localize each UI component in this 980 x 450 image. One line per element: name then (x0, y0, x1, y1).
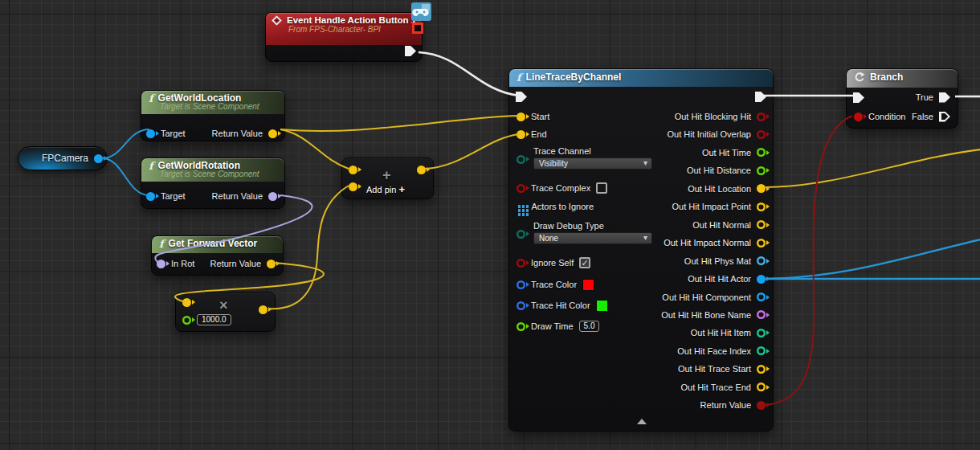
out-pin-label: Out Hit Time (702, 148, 751, 158)
out-pin-label: Out Hit Face Index (677, 346, 751, 356)
branch-false-pin[interactable] (939, 112, 950, 122)
node-branch[interactable]: Branch Condition True False (846, 68, 958, 129)
branch-condition-label: Condition (868, 112, 905, 121)
event-exec-out-pin[interactable] (405, 46, 416, 56)
getworldlocation-target-label: Target (161, 129, 186, 138)
wire-returnvalue-to-condition[interactable] (766, 116, 852, 405)
out-pin-out-hit-hit-component[interactable] (757, 292, 766, 301)
out-pin-out-hit-trace-end[interactable] (757, 382, 766, 391)
pin-row-out-hit-normal: Out Hit Normal (692, 219, 766, 231)
node-event-handle-action-button[interactable]: Event Handle Action Button 1 From FPS-Ch… (265, 12, 423, 62)
pin-row-out-hit-distance: Out Hit Distance (687, 164, 766, 177)
wire-layer (0, 0, 980, 450)
input-action-icon (410, 2, 432, 25)
node-multiply[interactable]: × 1000.0 (175, 292, 276, 332)
pin-row-out-hit-trace-end: Out Hit Trace End (681, 381, 766, 394)
out-pin-out-hit-distance[interactable] (757, 166, 766, 175)
branch-icon (854, 72, 865, 83)
out-pin-out-hit-hit-actor[interactable] (757, 275, 766, 284)
collapse-node-arrow[interactable] (637, 419, 647, 424)
out-pin-label: Out Hit Blocking Hit (675, 112, 751, 121)
out-pin-return-value[interactable] (757, 401, 766, 410)
node-getworldlocation[interactable]: f GetWorldLocation Target is Scene Compo… (141, 90, 285, 141)
out-pin-label: Out Hit Normal (692, 220, 751, 230)
out-pin-out-hit-time[interactable] (757, 148, 766, 157)
out-pin-label: Out Hit Impact Normal (664, 238, 751, 248)
out-pin-out-hit-location[interactable] (757, 184, 766, 193)
add-input-b-pin[interactable] (349, 182, 357, 191)
getworldrotation-target-label: Target (161, 191, 186, 201)
node-fpcamera-variable[interactable]: FPCamera (18, 146, 108, 170)
out-pin-out-hit-phys-mat[interactable] (757, 256, 766, 265)
event-diamond-icon (272, 15, 282, 26)
multiply-input-b-pin[interactable] (182, 316, 191, 325)
out-pin-label: Out Hit Initial Overlap (667, 129, 751, 139)
wire-add-to-end[interactable] (425, 134, 519, 169)
add-pin-label: Add pin (366, 185, 396, 194)
out-pin-label: Return Value (700, 400, 751, 410)
event-title: Event Handle Action Button 1 (287, 15, 416, 25)
pin-row-out-hit-face-index: Out Hit Face Index (677, 345, 766, 358)
node-get-forward-vector[interactable]: f Get Forward Vector In Rot Return Value (151, 235, 284, 276)
out-pin-label: Out Hit Phys Mat (684, 256, 751, 266)
out-pin-label: Out Hit Impact Point (672, 202, 751, 211)
multiply-output-pin[interactable] (259, 305, 267, 314)
out-pin-out-hit-normal[interactable] (757, 220, 766, 229)
wire-outhitlocation-out[interactable] (766, 149, 980, 187)
pin-row-out-hit-hit-component: Out Hit Hit Component (662, 291, 766, 304)
pin-row-out-hit-impact-normal: Out Hit Impact Normal (664, 236, 766, 249)
out-pin-label: Out Hit Location (688, 184, 751, 194)
getworldrotation-return-pin[interactable] (268, 192, 277, 201)
out-pin-out-hit-impact-point[interactable] (757, 202, 766, 211)
out-pin-out-hit-hit-bone-name[interactable] (757, 310, 766, 319)
getworldrotation-target-pin[interactable] (146, 192, 155, 201)
getworldlocation-target-pin[interactable] (146, 129, 155, 138)
blueprint-graph-canvas[interactable]: Event Handle Action Button 1 From FPS-Ch… (0, 0, 980, 450)
wire-exec-event-to-linetrace[interactable] (419, 52, 519, 96)
getworldlocation-return-pin[interactable] (268, 129, 277, 138)
linetrace-out-pins: Out Hit Blocking HitOut Hit Initial Over… (509, 69, 773, 431)
pin-row-out-hit-blocking-hit: Out Hit Blocking Hit (675, 110, 766, 123)
pin-row-out-hit-phys-mat: Out Hit Phys Mat (684, 255, 766, 268)
branch-condition-pin[interactable] (854, 112, 863, 121)
out-pin-label: Out Hit Distance (687, 166, 751, 175)
fpcamera-output-pin[interactable] (94, 154, 103, 163)
add-operator-icon: + (382, 167, 391, 184)
out-pin-out-hit-initial-overlap[interactable] (757, 130, 766, 139)
getforwardvector-inrot-pin[interactable] (157, 260, 165, 268)
branch-exec-in-pin[interactable] (853, 92, 864, 103)
out-pin-out-hit-hit-item[interactable] (757, 329, 766, 338)
pin-row-out-hit-hit-item: Out Hit Hit Item (691, 326, 766, 339)
out-pin-out-hit-face-index[interactable] (757, 346, 766, 355)
getworldrotation-subtitle: Target is Scene Component (160, 170, 277, 178)
wire-hitactor-out-rising[interactable] (766, 239, 980, 279)
getforwardvector-inrot-label: In Rot (171, 259, 194, 268)
event-red-indicator (412, 22, 423, 34)
wire-worldlocation-to-add[interactable] (280, 129, 349, 169)
add-input-a-pin[interactable] (349, 166, 357, 174)
function-icon: f (149, 162, 153, 170)
multiply-value-input[interactable]: 1000.0 (197, 314, 231, 325)
add-pin-button[interactable]: Add pin + (366, 183, 405, 195)
branch-false-label: False (912, 112, 933, 121)
node-linetracebychannel[interactable]: f LineTraceByChannel Start End Trace Cha… (508, 68, 774, 432)
wire-worldlocation-to-start[interactable] (280, 116, 519, 131)
getworldlocation-return-label: Return Value (212, 129, 263, 138)
pin-row-out-hit-location: Out Hit Location (688, 182, 766, 195)
out-pin-out-hit-impact-normal[interactable] (757, 239, 766, 248)
getworldlocation-subtitle: Target is Scene Component (160, 102, 277, 111)
out-pin-out-hit-trace-start[interactable] (757, 365, 766, 374)
getforwardvector-return-label: Return Value (210, 259, 261, 268)
branch-true-pin[interactable] (939, 92, 950, 103)
out-pin-label: Out Hit Hit Component (662, 292, 751, 302)
node-getworldrotation[interactable]: f GetWorldRotation Target is Scene Compo… (141, 158, 285, 209)
out-pin-out-hit-blocking-hit[interactable] (757, 112, 766, 121)
fpcamera-label: FPCamera (42, 153, 88, 164)
branch-true-label: True (916, 92, 933, 102)
add-output-pin[interactable] (417, 166, 426, 174)
plus-icon: + (398, 183, 405, 195)
node-add[interactable]: + Add pin + (341, 158, 434, 199)
pin-row-out-hit-initial-overlap: Out Hit Initial Overlap (667, 128, 766, 141)
getworldrotation-return-label: Return Value (212, 191, 263, 201)
out-pin-label: Out Hit Hit Bone Name (661, 310, 751, 320)
